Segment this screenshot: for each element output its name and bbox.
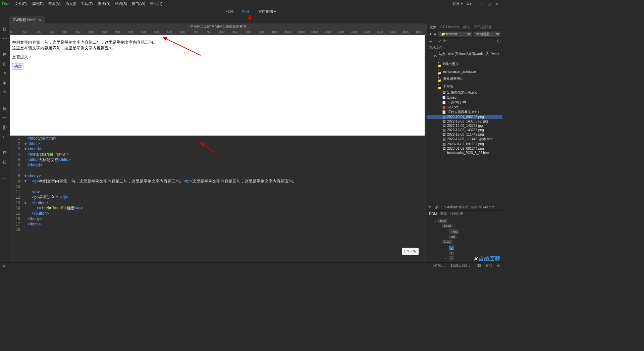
tree-item[interactable]: ▸📁mindmaster_autosave [427, 68, 502, 75]
assets-tab[interactable]: 资源 [440, 211, 447, 216]
code-line[interactable]: 16</body> [9, 216, 427, 221]
dom-node[interactable]: meta [429, 229, 500, 234]
tool-brush-icon[interactable]: ✎ [2, 89, 7, 95]
tool-manage-icon[interactable]: ⋯ [2, 36, 7, 41]
panel-tab-css[interactable]: CSS 设计器 [474, 25, 492, 30]
menu-item[interactable]: 查看(V) [46, 1, 63, 7]
tree-item[interactable]: bookmarks_2023_3_22.html [427, 151, 502, 155]
view-code[interactable]: 代码 [225, 8, 235, 15]
view-live[interactable]: 实时视图▼ [257, 8, 278, 15]
code-line[interactable]: 5<title>无标题文档</title> [9, 157, 427, 162]
tree-item[interactable]: 🖼2022-12-02_143733.jpg [427, 123, 502, 128]
tool-file-icon[interactable]: 🗋 [2, 26, 7, 32]
status-lang[interactable]: HTML ⌄ [433, 264, 446, 267]
tree-item[interactable]: 🖼2023-01-02_091132.png [427, 142, 502, 146]
put-icon[interactable]: ↑ [434, 39, 436, 43]
menu-item[interactable]: 工具(T) [79, 1, 95, 7]
view-split[interactable]: 拆分 [241, 8, 251, 15]
define-site-icon[interactable]: ✦ [429, 32, 432, 36]
status-ins[interactable]: INS [476, 264, 481, 267]
link-icon[interactable]: 🔗 [434, 205, 438, 209]
code-line[interactable]: 12 <p>是否进入？ </p> [9, 195, 427, 200]
workspace-dropdown[interactable]: 标准 ▾ [452, 1, 463, 6]
tree-item[interactable]: ▸📁ir导出图片 [427, 60, 502, 68]
menu-item[interactable]: 帮助(H) [148, 1, 164, 7]
code-line[interactable]: 9▼ <p>举例文字内容第一句，这里是举例文字内容第二句，这里是举例文字内容第三… [9, 179, 427, 184]
tree-item[interactable]: ▸📁未命名 [427, 83, 502, 90]
dom-node[interactable]: ⌄body [429, 240, 500, 245]
menu-item[interactable]: 窗口(W) [130, 1, 147, 7]
panel-tab-insert[interactable]: 插入 [463, 25, 470, 30]
tree-item[interactable]: 🖼2022-10-04_093128.png [427, 115, 502, 119]
code-line[interactable]: 14 <a href="http:#">确定</a> [9, 205, 427, 211]
maximize-button[interactable]: ▢ [486, 1, 493, 6]
tree-item[interactable]: 📄1.mep [427, 95, 502, 100]
file-tab[interactable]: DW教程.html* ✕ [9, 16, 45, 23]
tab-close-icon[interactable]: ✕ [38, 18, 41, 22]
minimize-button[interactable]: — [478, 1, 486, 6]
menu-item[interactable]: 站点(S) [113, 1, 129, 7]
code-editor[interactable]: 1<!doctype html>2▼<html>3▼<head>4<meta c… [9, 136, 427, 262]
menu-item[interactable]: 插入(I) [63, 1, 78, 7]
code-line[interactable]: 2▼<html> [9, 141, 427, 146]
snippets-tab[interactable]: 代码片断 [450, 211, 464, 216]
code-line[interactable]: 17</html> [9, 221, 427, 227]
local-files-header[interactable]: 本地文件 ↑ [427, 44, 502, 51]
refresh-icon[interactable]: ⟳ [443, 39, 446, 43]
dom-tab[interactable]: DOM [429, 212, 437, 216]
tool-grid-icon[interactable]: ⊡ [2, 61, 7, 66]
live-preview[interactable]: 举例文字内容第一句，这里是举例文字内容第二句，这里是举例文字内容第三句。 这里是… [10, 35, 425, 136]
dom-node[interactable]: p [429, 250, 500, 256]
tool-expand-icon[interactable]: ◈ [2, 80, 7, 85]
dom-node[interactable]: ⌄head [429, 223, 500, 229]
tool-format-icon[interactable]: ≔ [2, 134, 7, 139]
view-select[interactable]: 本地视图 [474, 32, 500, 37]
tool-preview-icon[interactable]: ⊞ [2, 159, 7, 164]
code-line[interactable]: 3▼<head> [9, 146, 427, 152]
dom-node[interactable]: +p [429, 245, 500, 250]
code-line[interactable]: 13▼ <button> [9, 200, 427, 205]
sync-icon[interactable]: ⚙▾ [466, 2, 472, 6]
get-icon[interactable]: ⇊ [429, 39, 432, 43]
tree-site-root[interactable]: ⌄🗁 站点 - test (D:\tools\桌面\work（2）\work (… [427, 51, 502, 60]
tree-item[interactable]: 🖼2022-12-02_143733.png [427, 128, 502, 132]
tool-collapse-icon[interactable]: ⊟ [2, 150, 7, 155]
code-line[interactable]: 18 [9, 227, 427, 232]
tree-item[interactable]: 📄17种头脑风暴法.eddx [427, 109, 502, 115]
sync-status-icon[interactable]: ⟳ [429, 205, 432, 209]
code-line[interactable]: 11 </p> [9, 189, 427, 195]
code-line[interactable]: 8▼<body> [9, 173, 427, 179]
dom-node[interactable]: ⌄html [429, 218, 500, 223]
close-button[interactable]: ✕ [493, 1, 500, 6]
status-indicator-icon[interactable]: ⊘ [3, 264, 5, 267]
tree-item[interactable]: ▸📁批量调整图片 [427, 75, 502, 83]
tree-item[interactable]: 🖼2022-12-08_111449.png [427, 132, 502, 137]
code-line[interactable]: 15 </button> [9, 211, 427, 216]
tool-more-icon[interactable]: ⋯ [2, 175, 7, 181]
tree-item[interactable]: 📄11月28日.srt [427, 100, 502, 105]
tool-guides-icon[interactable]: ≡ [2, 70, 7, 76]
preview-confirm-button[interactable]: 确定 [12, 63, 24, 69]
code-line[interactable]: 10 [9, 184, 427, 189]
tree-item[interactable]: 🖼2023-01-02_091244.png [427, 146, 502, 151]
menu-item[interactable]: 查找(D) [96, 1, 112, 7]
site-select[interactable]: 📁 testtest [438, 32, 472, 37]
ime-indicator[interactable]: EN ♪ 简 [402, 248, 419, 255]
connect-icon[interactable]: ◈ [434, 32, 436, 36]
code-line[interactable]: 4<meta charset="utf-8"> [9, 152, 427, 157]
menu-item[interactable]: 编辑(E) [30, 1, 46, 7]
tool-indent-icon[interactable]: {i} [2, 124, 7, 130]
tree-item[interactable]: 🖼2022-12-02_143733 (2).jpg [427, 119, 502, 123]
panel-tab-cc[interactable]: CC Libraries [440, 25, 459, 29]
code-line[interactable]: 6</head> [9, 162, 427, 168]
tool-ruler-icon[interactable]: ⊞ [2, 52, 7, 57]
code-line[interactable]: 7 [9, 168, 427, 173]
horizontal-ruler[interactable]: 0501001502002503003504004505005506006507… [9, 30, 427, 35]
tree-item[interactable]: 🖼1. 康奈尔笔记法.png [427, 90, 502, 95]
tree-item[interactable]: 🖼2022-12-08_111449_副本.png [427, 137, 502, 142]
expand-icon[interactable]: ▢ [497, 39, 500, 43]
tree-item[interactable]: 📕123.pdf [427, 105, 502, 109]
sync-icon[interactable]: ⤾ [438, 39, 441, 43]
code-line[interactable]: 1<!doctype html> [9, 136, 427, 141]
tool-wrap-icon[interactable]: ↩ [2, 115, 7, 120]
